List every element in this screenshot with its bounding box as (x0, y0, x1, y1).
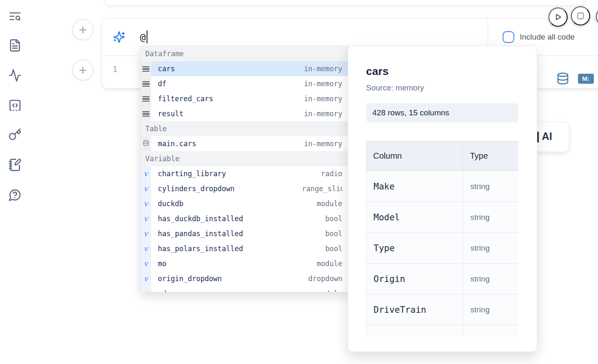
table-database-icon (143, 140, 149, 148)
text-caret (147, 30, 147, 43)
autocomplete-item[interactable]: vpdmodule (140, 286, 350, 292)
autocomplete-item[interactable]: vcharting_libraryradio (140, 166, 350, 181)
add-cell-below-button[interactable]: + (72, 60, 93, 80)
autocomplete-section-header: Table (140, 121, 350, 136)
toc-search-icon[interactable] (8, 10, 22, 23)
variable-icon: v (144, 289, 148, 292)
item-name: has_pandas_installed (158, 229, 243, 238)
item-type: in-memory (302, 110, 342, 118)
item-gutter (140, 61, 151, 76)
item-type: radio (302, 170, 342, 178)
schema-row: Typestring (366, 233, 519, 264)
activity-icon[interactable] (8, 69, 22, 82)
variable-icon: v (144, 229, 148, 238)
item-name: charting_library (158, 170, 226, 178)
sparkles-icon (113, 31, 125, 43)
item-name: duckdb (158, 199, 183, 208)
include-all-code-label: Include all code (520, 32, 575, 42)
schema-column-type: string (463, 171, 518, 202)
schema-column-type: string (463, 294, 518, 325)
autocomplete-item[interactable]: vcylinders_dropdownrange_slider (140, 181, 350, 196)
variable-icon: v (144, 259, 148, 268)
item-type: dropdown (302, 274, 342, 283)
file-icon[interactable] (8, 39, 22, 52)
item-gutter: v (140, 271, 151, 286)
autocomplete-item[interactable]: vduckdbmodule (140, 196, 350, 211)
item-name: has_duckdb_installed (158, 214, 243, 223)
item-gutter: v (140, 211, 151, 226)
autocomplete-item[interactable]: resultin-memory (140, 106, 350, 121)
autocomplete-section-header: Dataframe (140, 46, 350, 61)
datasource-database-icon[interactable] (556, 71, 569, 86)
preview-shape-badge: 428 rows, 15 columns (366, 103, 518, 122)
item-type: in-memory (302, 140, 342, 148)
snippets-code-icon[interactable] (8, 99, 22, 112)
item-gutter: v (140, 286, 151, 292)
schema-column-name: Model (366, 202, 463, 233)
sidebar (0, 0, 29, 364)
item-type: bool (302, 214, 342, 223)
schema-column-type: string (463, 233, 518, 264)
variable-icon: v (144, 184, 148, 193)
rows-icon (142, 111, 150, 117)
item-gutter: v (140, 226, 151, 241)
item-name: pd (158, 289, 166, 292)
run-cell-button[interactable] (548, 7, 568, 27)
schema-column-type: string (463, 264, 518, 294)
autocomplete-item[interactable]: main.carsin-memory (140, 136, 350, 151)
schema-column-type: string (463, 202, 518, 233)
preview-schema-table: ColumnTypeMakestringModelstringTypestrin… (366, 141, 518, 337)
dataframe-preview-card: cars Source: memory 428 rows, 15 columns… (348, 46, 537, 352)
item-gutter (140, 136, 151, 151)
variable-icon: v (144, 199, 148, 208)
autocomplete-item[interactable]: vorigin_dropdowndropdown (140, 271, 350, 286)
item-name: filtered_cars (158, 95, 213, 103)
stop-button[interactable] (571, 6, 590, 25)
rows-icon (142, 66, 150, 72)
item-name: df (158, 80, 166, 88)
preview-source: Source: memory (366, 83, 518, 92)
autocomplete-item[interactable]: dfin-memory (140, 76, 350, 91)
item-gutter: v (140, 196, 151, 211)
schema-header-cell: Column (366, 141, 463, 171)
autocomplete-item[interactable]: vhas_duckdb_installedbool (140, 211, 350, 226)
schema-row: Modelstring (366, 202, 519, 233)
autocomplete-item[interactable]: carsin-memory (140, 61, 350, 76)
markdown-export-icon[interactable]: M↓ (578, 74, 594, 84)
item-name: cars (158, 65, 175, 73)
item-type: in-memory (302, 65, 342, 73)
item-name: cylinders_dropdown (158, 184, 234, 193)
autocomplete-item[interactable]: vmomodule (140, 256, 350, 271)
schema-row: DriveTrainstring (366, 294, 519, 325)
secrets-key-icon[interactable] (8, 128, 22, 141)
item-gutter (140, 106, 151, 121)
autocomplete-item[interactable]: vhas_polars_installedbool (140, 241, 350, 256)
autocomplete-item[interactable]: filtered_carsin-memory (140, 91, 350, 106)
item-type: range_slider (302, 184, 342, 193)
schema-column-name: Origin (366, 264, 463, 294)
item-type: in-memory (302, 80, 342, 88)
rows-icon (142, 81, 150, 87)
item-name: main.cars (158, 140, 196, 148)
rows-icon (142, 96, 150, 102)
item-name: mo (158, 259, 166, 268)
schema-column-name: DriveTrain (366, 294, 463, 325)
preview-title: cars (366, 65, 518, 78)
include-all-code-checkbox[interactable] (503, 31, 514, 43)
help-icon[interactable] (8, 188, 22, 202)
item-name: result (158, 110, 183, 118)
variable-icon: v (144, 170, 148, 178)
item-type: bool (302, 244, 342, 253)
scratchpad-icon[interactable] (8, 158, 22, 172)
item-name: origin_dropdown (158, 274, 222, 283)
autocomplete-item[interactable]: vhas_pandas_installedbool (140, 226, 350, 241)
schema-column-name: Make (366, 171, 463, 202)
line-number: 1 (102, 56, 117, 89)
item-type: in-memory (302, 95, 342, 103)
ai-prompt-input[interactable]: @ (140, 30, 147, 43)
item-gutter: v (140, 256, 151, 271)
item-gutter: v (140, 241, 151, 256)
item-type: module (302, 259, 342, 268)
add-cell-above-button[interactable]: + (72, 19, 93, 40)
variable-icon: v (144, 214, 148, 223)
